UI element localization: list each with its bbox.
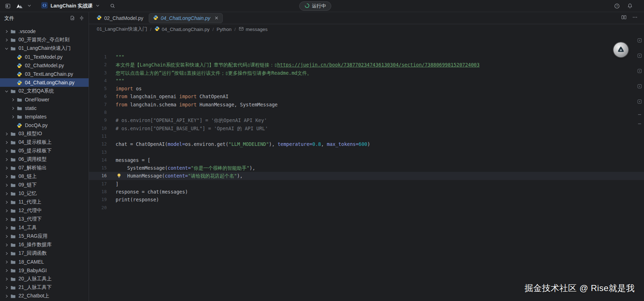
tool-stripe-icon[interactable] bbox=[637, 84, 642, 90]
code-line[interactable]: 18response = chat(messages) bbox=[89, 188, 644, 196]
tool-window-icon[interactable] bbox=[4, 2, 12, 10]
run-status-button[interactable]: 运行中 bbox=[299, 1, 331, 11]
tree-item[interactable]: 02_ChatModel.py bbox=[0, 61, 89, 70]
ide-logo-icon[interactable] bbox=[15, 2, 24, 10]
chevron-right-icon[interactable] bbox=[4, 285, 10, 290]
chevron-right-icon[interactable] bbox=[4, 174, 10, 179]
chevron-right-icon[interactable] bbox=[4, 200, 10, 205]
tree-item[interactable]: 16_操作数据库 bbox=[0, 241, 89, 249]
code-line[interactable]: 20 bbox=[89, 204, 644, 212]
breadcrumb-item[interactable]: 04_ChatLongChain.py bbox=[154, 26, 210, 32]
intention-bulb-icon[interactable] bbox=[117, 173, 121, 179]
tree-item[interactable]: 11_代理上 bbox=[0, 198, 89, 206]
code-line[interactable]: 2本文件是【LangChain系统安装和快速入门】章节的配套代码▯课程链接：▯h… bbox=[89, 61, 644, 69]
tree-item[interactable]: 02_文档QA系统 bbox=[0, 87, 89, 95]
tool-stripe-icon[interactable] bbox=[637, 99, 642, 106]
project-selector[interactable]: LangChain 实战课 bbox=[41, 2, 100, 10]
code-line[interactable]: 12chat = ChatOpenAI(model=os.environ.get… bbox=[89, 140, 644, 148]
breadcrumb-item[interactable]: Python bbox=[217, 27, 232, 32]
tree-item[interactable]: 03_TextLangChain.py bbox=[0, 70, 89, 78]
code-line[interactable]: 7from langchain.schema import HumanMessa… bbox=[89, 101, 644, 109]
chevron-down-icon[interactable] bbox=[4, 46, 10, 51]
locate-file-icon[interactable] bbox=[70, 15, 75, 22]
chevron-right-icon[interactable] bbox=[4, 217, 10, 222]
tree-item[interactable]: 22_Chatbot上 bbox=[0, 292, 89, 300]
tree-item[interactable]: 13_代理下 bbox=[0, 215, 89, 223]
help-icon[interactable]: ? bbox=[613, 2, 621, 10]
code-line[interactable]: 19print(response) bbox=[89, 196, 644, 204]
tree-item[interactable]: 20_人脉工具上 bbox=[0, 275, 89, 283]
chevron-right-icon[interactable] bbox=[4, 226, 10, 230]
code-line[interactable]: 4""" bbox=[89, 77, 644, 85]
chevron-down-icon[interactable] bbox=[27, 3, 32, 9]
tree-item[interactable]: 17_回调函数 bbox=[0, 249, 89, 258]
code-line[interactable]: 15 SystemMessage(content="你是一个很棒的智能助手"), bbox=[89, 164, 644, 172]
tree-item[interactable]: 06_调用模型 bbox=[0, 155, 89, 164]
tool-stripe-icon[interactable] bbox=[637, 38, 642, 44]
tree-item[interactable]: 07_解析输出 bbox=[0, 164, 89, 172]
chevron-right-icon[interactable] bbox=[10, 115, 16, 119]
chevron-right-icon[interactable] bbox=[4, 294, 10, 299]
tab-inactive[interactable]: 02_ChatModel.py bbox=[93, 13, 147, 23]
tool-stripe-icon[interactable] bbox=[637, 53, 642, 60]
code-line[interactable]: 14messages = [ bbox=[89, 156, 644, 164]
search-icon[interactable] bbox=[108, 2, 117, 10]
tree-item[interactable]: 04_ChatLongChain.py bbox=[0, 78, 89, 87]
chevron-right-icon[interactable] bbox=[4, 260, 10, 264]
chevron-right-icon[interactable] bbox=[4, 251, 10, 256]
tree-item[interactable]: 14_工具 bbox=[0, 223, 89, 232]
tree-item[interactable]: 18_CAMEL bbox=[0, 258, 89, 266]
tree-item[interactable]: 03_模型IO bbox=[0, 130, 89, 138]
code-line[interactable]: 5import os bbox=[89, 85, 644, 93]
chevron-right-icon[interactable] bbox=[4, 243, 10, 247]
code-line[interactable]: 9# os.environ["OPENAI_API_KEY"] = '你的Ope… bbox=[89, 116, 644, 124]
chevron-right-icon[interactable] bbox=[4, 38, 10, 42]
code-editor[interactable]: 1"""2本文件是【LangChain系统安装和快速入门】章节的配套代码▯课程链… bbox=[89, 46, 644, 301]
close-icon[interactable] bbox=[215, 16, 218, 20]
code-line[interactable]: 13 bbox=[89, 148, 644, 156]
code-line[interactable]: 3您可以点击最上方的“运行”按钮▯直接运行该文件；▯更多操作指引请参考Readm… bbox=[89, 69, 644, 77]
chevron-right-icon[interactable] bbox=[4, 132, 10, 136]
tree-item[interactable]: 00_开篇简介_夺点时刻 bbox=[0, 36, 89, 44]
chevron-right-icon[interactable] bbox=[10, 106, 16, 111]
chevron-right-icon[interactable] bbox=[4, 157, 10, 162]
chevron-down-icon[interactable] bbox=[4, 89, 10, 94]
code-line[interactable]: 6from langchain_openai import ChatOpenAI bbox=[89, 93, 644, 100]
tree-item[interactable]: DocQA.py bbox=[0, 121, 89, 130]
chevron-right-icon[interactable] bbox=[4, 234, 10, 239]
chevron-right-icon[interactable] bbox=[4, 29, 10, 34]
code-line[interactable]: 17] bbox=[89, 180, 644, 188]
tree-item[interactable]: 09_链下 bbox=[0, 181, 89, 189]
code-line[interactable]: 10# os.environ["OPENAI_BASE_URL"] = 'Ope… bbox=[89, 125, 644, 132]
notifications-bell-icon[interactable] bbox=[625, 2, 634, 10]
chevron-right-icon[interactable] bbox=[4, 183, 10, 188]
split-editor-icon[interactable] bbox=[621, 15, 627, 21]
chevron-right-icon[interactable] bbox=[4, 191, 10, 196]
chevron-right-icon[interactable] bbox=[10, 97, 16, 102]
tree-item[interactable]: .vscode bbox=[0, 27, 89, 36]
code-line[interactable]: 11 bbox=[89, 132, 644, 140]
chevron-right-icon[interactable] bbox=[4, 208, 10, 213]
chevron-right-icon[interactable] bbox=[4, 140, 10, 145]
chevron-right-icon[interactable] bbox=[4, 166, 10, 170]
tree-item[interactable]: 21_人脉工具下 bbox=[0, 283, 89, 292]
code-line[interactable]: 16 HumanMessage(content="请给我的花店起个名"), bbox=[89, 172, 644, 180]
tab-active[interactable]: 04_ChatLongChain.py bbox=[149, 13, 223, 23]
tree-item[interactable]: 15_RAG应用 bbox=[0, 232, 89, 241]
tree-item[interactable]: 10_记忆 bbox=[0, 189, 89, 198]
code-line[interactable]: 1""" bbox=[89, 53, 644, 61]
tree-item[interactable]: 01_TextModel.py bbox=[0, 53, 89, 61]
tree-item[interactable]: OneFlower bbox=[0, 95, 89, 104]
breadcrumb-item[interactable]: messages bbox=[239, 27, 268, 32]
breadcrumb-item[interactable]: 01_LangChain快速入门 bbox=[97, 26, 147, 32]
chevron-right-icon[interactable] bbox=[4, 277, 10, 281]
tree-item[interactable]: 12_代理中 bbox=[0, 206, 89, 215]
tree-item[interactable]: templates bbox=[0, 112, 89, 121]
chevron-right-icon[interactable] bbox=[4, 149, 10, 153]
tool-stripe-icon[interactable] bbox=[637, 68, 642, 75]
tree-item[interactable]: static bbox=[0, 104, 89, 112]
tree-item[interactable]: 19_BabyAGI bbox=[0, 266, 89, 275]
collapse-all-icon[interactable] bbox=[79, 15, 84, 22]
code-line[interactable]: 8 bbox=[89, 109, 644, 116]
chevron-right-icon[interactable] bbox=[4, 268, 10, 273]
